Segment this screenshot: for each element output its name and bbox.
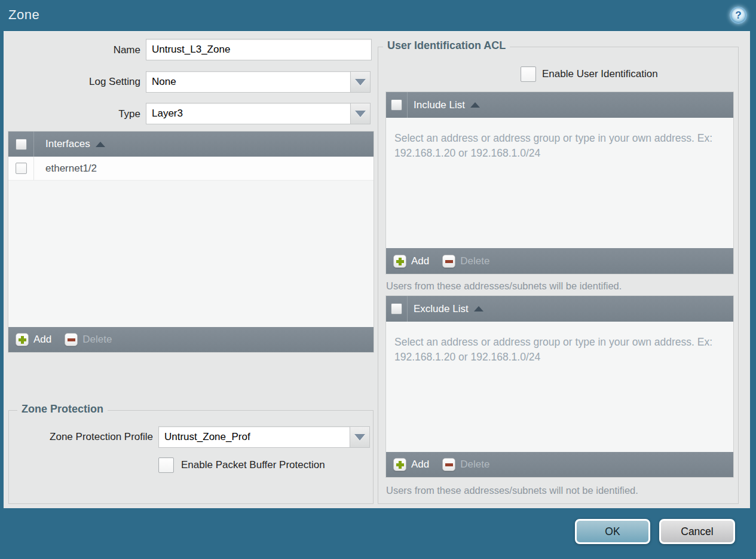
delete-button[interactable]: Delete xyxy=(82,334,112,346)
include-list-footer: Add Delete xyxy=(386,248,733,274)
add-button[interactable]: Add xyxy=(33,334,51,346)
type-dropdown-button[interactable] xyxy=(351,103,371,124)
exclude-delete-button[interactable]: Delete xyxy=(460,459,489,471)
delete-icon[interactable] xyxy=(65,333,78,346)
type-input[interactable] xyxy=(146,103,351,124)
include-list-column-header[interactable]: Include List xyxy=(414,99,480,111)
user-identification-acl-legend: User Identification ACL xyxy=(383,39,510,52)
include-list-body[interactable]: Select an address or address group or ty… xyxy=(386,118,733,248)
chevron-down-icon xyxy=(355,111,366,117)
ok-button[interactable]: OK xyxy=(575,519,650,544)
exclude-list-header: Exclude List xyxy=(386,296,733,322)
include-list-header: Include List xyxy=(386,92,733,118)
exclude-select-all-checkbox[interactable] xyxy=(391,303,402,314)
add-icon[interactable] xyxy=(16,333,29,346)
type-label: Type xyxy=(36,108,140,120)
zone-protection-profile-label: Zone Protection Profile xyxy=(19,431,153,443)
exclude-add-button[interactable]: Add xyxy=(411,459,429,471)
chevron-down-icon xyxy=(355,79,366,85)
interfaces-table-header: Interfaces xyxy=(8,132,374,157)
interfaces-table-body: ethernet1/2 xyxy=(8,157,374,327)
name-input[interactable] xyxy=(146,39,372,60)
zone-protection-legend: Zone Protection xyxy=(17,403,108,416)
exclude-list-footer: Add Delete xyxy=(386,452,733,477)
row-checkbox[interactable] xyxy=(16,163,27,174)
chevron-down-icon xyxy=(354,434,365,441)
delete-icon[interactable] xyxy=(442,255,455,268)
user-identification-acl-section: User Identification ACL Enable User Iden… xyxy=(378,47,739,504)
include-select-all-checkbox[interactable] xyxy=(391,99,402,111)
add-icon[interactable] xyxy=(393,458,406,471)
include-delete-button[interactable]: Delete xyxy=(460,255,489,267)
exclude-list-placeholder: Select an address or address group or ty… xyxy=(394,335,714,365)
row-checkbox-cell xyxy=(8,157,34,180)
exclude-list-body[interactable]: Select an address or address group or ty… xyxy=(386,322,733,452)
log-setting-dropdown-button[interactable] xyxy=(351,71,371,93)
page-title: Zone xyxy=(8,0,39,31)
interfaces-table: Interfaces ethernet1/2 Add Delete xyxy=(8,132,374,352)
zone-protection-section: Zone Protection Zone Protection Profile … xyxy=(8,410,374,504)
log-setting-label: Log Setting xyxy=(36,76,140,88)
enable-user-identification-checkbox[interactable] xyxy=(521,66,536,82)
include-add-button[interactable]: Add xyxy=(411,255,429,267)
select-all-cell xyxy=(8,132,34,157)
enable-user-identification-label: Enable User Identification xyxy=(542,68,658,80)
log-setting-input[interactable] xyxy=(146,71,351,93)
enable-packet-buffer-protection-checkbox[interactable] xyxy=(158,457,174,473)
cancel-button[interactable]: Cancel xyxy=(659,519,735,544)
sort-ascending-icon xyxy=(470,102,480,108)
name-label: Name xyxy=(36,44,140,56)
sort-ascending-icon xyxy=(96,142,105,147)
include-list-placeholder: Select an address or address group or ty… xyxy=(394,131,714,161)
exclude-list-table: Exclude List Select an address or addres… xyxy=(386,296,733,477)
select-all-cell xyxy=(386,92,408,118)
exclude-list-caption: Users from these addresses/subnets will … xyxy=(386,485,638,496)
table-row[interactable]: ethernet1/2 xyxy=(8,157,374,181)
zone-protection-profile-dropdown-button[interactable] xyxy=(350,426,370,448)
exclude-list-column-header[interactable]: Exclude List xyxy=(414,303,483,315)
interfaces-column-header[interactable]: Interfaces xyxy=(45,138,105,150)
zone-protection-profile-input[interactable] xyxy=(158,426,350,448)
select-all-cell xyxy=(386,296,408,322)
interfaces-table-footer: Add Delete xyxy=(8,327,374,352)
zone-dialog-body: Name Log Setting Type Interfaces ethe xyxy=(4,31,750,508)
interface-name: ethernet1/2 xyxy=(45,163,97,175)
sort-ascending-icon xyxy=(474,306,483,311)
include-list-caption: Users from these addresses/subnets will … xyxy=(386,280,622,292)
include-list-table: Include List Select an address or addres… xyxy=(386,92,733,274)
add-icon[interactable] xyxy=(393,255,406,268)
help-icon[interactable]: ? xyxy=(730,7,747,24)
delete-icon[interactable] xyxy=(442,458,455,471)
select-all-checkbox[interactable] xyxy=(16,139,27,150)
enable-packet-buffer-protection-label: Enable Packet Buffer Protection xyxy=(181,459,325,471)
